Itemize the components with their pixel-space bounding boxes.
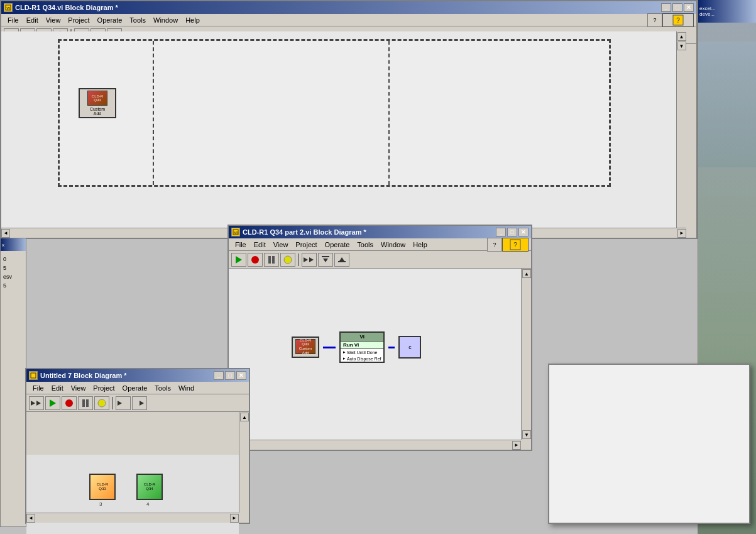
second-menu-operate[interactable]: Operate xyxy=(321,240,354,250)
svg-point-34 xyxy=(65,399,73,407)
invoke-item-2: ▸ Auto Dispose Ref xyxy=(341,355,383,362)
scroll-up-btn[interactable]: ▲ xyxy=(677,32,686,41)
svg-marker-24 xyxy=(304,257,308,262)
svg-text:VI: VI xyxy=(6,6,10,10)
third-window-controls: _ □ ✕ xyxy=(214,371,246,380)
third-highlight-btn[interactable] xyxy=(94,396,109,410)
vi-node-main: CLD-RQ33 CustomAdd xyxy=(79,88,116,118)
svg-rect-35 xyxy=(82,399,85,407)
third-menu-project[interactable]: Project xyxy=(89,383,118,393)
second-run-btn[interactable] xyxy=(231,253,246,267)
svg-rect-29 xyxy=(338,261,346,262)
third-menu-operate[interactable]: Operate xyxy=(119,383,151,393)
third-scroll-right[interactable]: ► xyxy=(230,514,239,523)
third-step-out[interactable] xyxy=(132,396,147,410)
menu-edit[interactable]: Edit xyxy=(23,15,42,25)
second-scroll-right[interactable]: ► xyxy=(512,441,521,450)
second-scrollbar-v[interactable]: ▲ ▼ xyxy=(521,269,531,440)
svg-text:?: ? xyxy=(676,17,680,24)
invoke-node-header: VI xyxy=(341,333,383,342)
second-minimize[interactable]: _ xyxy=(496,228,506,236)
second-menu-help[interactable]: Help xyxy=(409,240,431,250)
left-panel-item-1: 0 xyxy=(3,256,23,262)
scroll-down-btn[interactable]: ▼ xyxy=(677,42,686,50)
menu-window[interactable]: Window xyxy=(150,15,182,25)
second-step-over[interactable] xyxy=(302,253,317,267)
third-pause-btn[interactable] xyxy=(78,396,93,410)
third-step-into[interactable] xyxy=(116,396,131,410)
third-scroll-left[interactable]: ◄ xyxy=(26,514,35,523)
third-window-titlebar: Untitled 7 Block Diagram * _ □ ✕ xyxy=(26,369,249,382)
svg-rect-30 xyxy=(31,373,36,378)
second-menu-edit[interactable]: Edit xyxy=(250,240,270,250)
second-diagram-nodes: CLD-RQ33CustomAdd VI Run VI ▸ Wait Until… xyxy=(292,331,421,363)
third-run-btn[interactable] xyxy=(45,396,60,410)
wire-1 xyxy=(323,347,336,348)
svg-rect-36 xyxy=(86,399,89,407)
help-button[interactable]: ? xyxy=(647,13,662,27)
menu-tools[interactable]: Tools xyxy=(126,15,150,25)
scroll-right-btn[interactable]: ► xyxy=(677,229,686,238)
svg-text:?: ? xyxy=(513,242,517,248)
second-help-btn[interactable]: ? xyxy=(487,238,502,252)
second-scrollbar-h[interactable]: ◄ ► xyxy=(229,440,521,450)
menu-file[interactable]: File xyxy=(4,15,23,25)
third-minimize[interactable]: _ xyxy=(214,371,224,380)
second-menu-file[interactable]: File xyxy=(231,240,250,250)
third-menu-edit[interactable]: Edit xyxy=(48,383,67,393)
svg-point-23 xyxy=(284,256,292,264)
third-menu-file[interactable]: File xyxy=(29,383,48,393)
third-menu-tools[interactable]: Tools xyxy=(151,383,175,393)
third-node-2: CLD-RQ34 xyxy=(136,474,163,500)
menu-operate[interactable]: Operate xyxy=(94,15,126,25)
third-toolbar xyxy=(26,394,249,412)
third-stop-btn[interactable] xyxy=(62,396,77,410)
third-maximize[interactable]: □ xyxy=(225,371,235,380)
third-menu-view[interactable]: View xyxy=(67,383,90,393)
error-dialog: ! Error ✕ ✕ Error 1198 occurred at Invok… xyxy=(548,364,750,524)
third-window-icon xyxy=(29,371,38,380)
menu-help[interactable]: Help xyxy=(182,15,204,25)
second-menubar: File Edit View Project Operate Tools Win… xyxy=(229,238,531,251)
menu-project[interactable]: Project xyxy=(64,15,93,25)
close-button[interactable]: ✕ xyxy=(684,3,694,12)
main-window: VI CLD-R1 Q34.vi Block Diagram * _ □ ✕ F… xyxy=(0,0,698,239)
second-window: VI CLD-R1 Q34 part 2.vi Block Diagram * … xyxy=(227,225,532,451)
left-panel-item-2: 5 xyxy=(3,265,23,271)
third-window: Untitled 7 Block Diagram * _ □ ✕ File Ed… xyxy=(25,368,250,524)
main-window-icon: VI xyxy=(4,3,13,12)
third-scrollbar-v[interactable]: ▲ xyxy=(239,412,249,513)
svg-text:VI: VI xyxy=(234,231,238,235)
second-window-title: CLD-R1 Q34 part 2.vi Block Diagram * xyxy=(243,228,496,236)
second-stop-btn[interactable] xyxy=(248,253,263,267)
third-menu-wind[interactable]: Wind xyxy=(175,383,198,393)
second-highlight-btn[interactable] xyxy=(280,253,295,267)
third-close[interactable]: ✕ xyxy=(236,371,246,380)
third-step-over[interactable] xyxy=(29,396,44,410)
second-maximize[interactable]: □ xyxy=(507,228,517,236)
svg-point-37 xyxy=(98,399,106,407)
third-sep xyxy=(112,397,113,409)
svg-rect-22 xyxy=(272,256,275,264)
svg-marker-27 xyxy=(323,259,328,262)
second-pause-btn[interactable] xyxy=(264,253,279,267)
third-scroll-up[interactable]: ▲ xyxy=(240,413,249,421)
main-scrollbar-v[interactable]: ▲ ▼ xyxy=(676,31,686,228)
second-step-out[interactable] xyxy=(334,253,349,267)
second-menu-tools[interactable]: Tools xyxy=(353,240,377,250)
second-menu-view[interactable]: View xyxy=(270,240,292,250)
maximize-button[interactable]: □ xyxy=(672,3,682,12)
invoke-method-label: Run VI xyxy=(341,342,383,349)
second-close[interactable]: ✕ xyxy=(518,228,529,236)
third-scrollbar-h[interactable]: ◄ ► xyxy=(26,513,239,523)
second-sep xyxy=(298,253,299,266)
second-scroll-down[interactable]: ▼ xyxy=(522,430,531,439)
minimize-button[interactable]: _ xyxy=(661,3,671,12)
second-step-into[interactable] xyxy=(318,253,333,267)
second-menu-window[interactable]: Window xyxy=(377,240,409,250)
second-scroll-up[interactable]: ▲ xyxy=(522,269,531,278)
scroll-left-btn[interactable]: ◄ xyxy=(1,229,10,238)
third-window-title: Untitled 7 Block Diagram * xyxy=(40,372,214,379)
menu-view[interactable]: View xyxy=(42,15,65,25)
second-menu-project[interactable]: Project xyxy=(292,240,320,250)
